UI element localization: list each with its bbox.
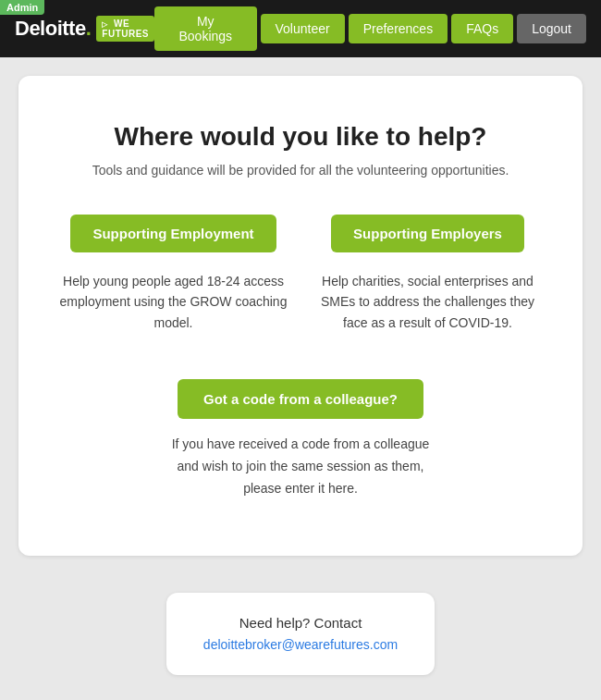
colleague-code-description: If you have received a code from a colle…: [172, 434, 430, 499]
employment-description: Help young people aged 18-24 access empl…: [55, 271, 291, 333]
employers-description: Help charities, social enterprises and S…: [310, 271, 546, 333]
footer: Need help? Contact deloittebroker@wearef…: [0, 574, 601, 694]
main-nav: My Bookings Volunteer Preferences FAQs L…: [154, 6, 586, 51]
admin-badge: Admin: [0, 0, 44, 15]
page-title: Where would you like to help?: [55, 122, 546, 152]
colleague-code-section: Got a code from a colleague? If you have…: [55, 379, 546, 499]
option-employers: Supporting Employers Help charities, soc…: [310, 215, 546, 333]
header: Admin Deloitte. WE futures My Bookings V…: [0, 0, 601, 57]
main-card: Where would you like to help? Tools and …: [18, 76, 583, 556]
supporting-employment-button[interactable]: Supporting Employment: [70, 215, 276, 252]
footer-email-link[interactable]: deloittebroker@wearefutures.com: [203, 637, 398, 652]
option-employment: Supporting Employment Help young people …: [55, 215, 291, 333]
main-content: Where would you like to help? Tools and …: [0, 57, 601, 574]
options-grid: Supporting Employment Help young people …: [55, 215, 546, 333]
page-subtitle: Tools and guidance will be provided for …: [55, 163, 546, 178]
footer-card: Need help? Contact deloittebroker@wearef…: [166, 593, 435, 675]
deloitte-logo: Deloitte.: [15, 17, 91, 41]
volunteer-button[interactable]: Volunteer: [261, 14, 345, 43]
colleague-code-button[interactable]: Got a code from a colleague?: [178, 379, 423, 419]
faqs-button[interactable]: FAQs: [451, 14, 513, 43]
supporting-employers-button[interactable]: Supporting Employers: [331, 215, 524, 252]
logout-button[interactable]: Logout: [517, 14, 586, 43]
logo-dot: .: [86, 17, 92, 40]
logo-area: Deloitte. WE futures: [15, 16, 154, 42]
my-bookings-button[interactable]: My Bookings: [154, 6, 256, 51]
footer-help-text: Need help? Contact: [203, 615, 398, 631]
preferences-button[interactable]: Preferences: [349, 14, 448, 43]
futures-logo: WE futures: [96, 16, 154, 42]
